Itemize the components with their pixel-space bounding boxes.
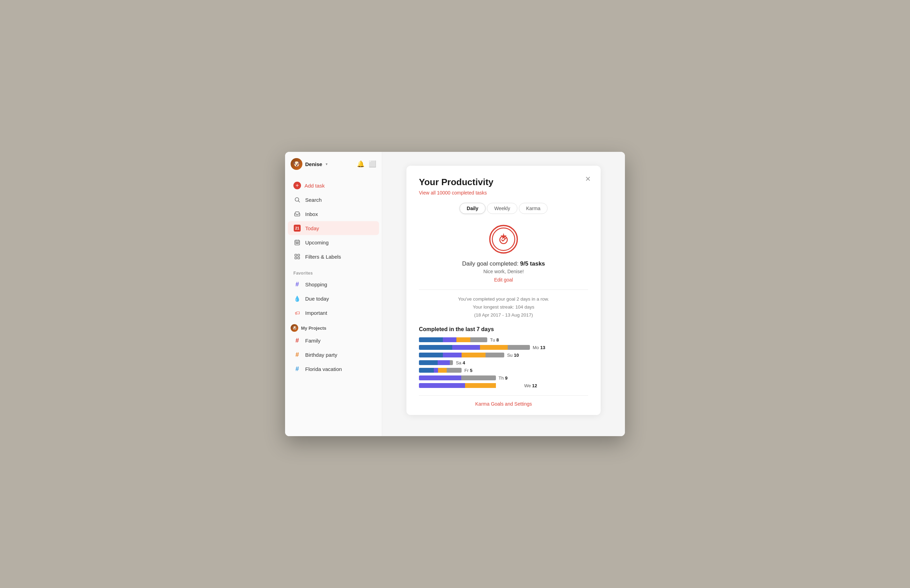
sidebar-item-important-label: Important — [305, 310, 327, 316]
layout-icon[interactable]: ⬜ — [369, 160, 376, 168]
flag-icon: 🏷 — [293, 309, 301, 317]
projects-label: My Projects — [301, 326, 327, 331]
bar-row: Su 10 — [419, 352, 588, 358]
view-completed-link[interactable]: View all 10000 completed tasks — [419, 190, 487, 195]
medal-icon — [488, 224, 519, 255]
svg-rect-11 — [295, 257, 296, 259]
sidebar-item-shopping[interactable]: # Shopping — [288, 277, 379, 291]
medal-container — [419, 224, 588, 255]
svg-point-13 — [490, 225, 517, 253]
svg-rect-6 — [296, 243, 296, 244]
sidebar-item-family[interactable]: # Family — [288, 334, 379, 347]
bell-icon[interactable]: 🔔 — [357, 160, 364, 168]
bar-label: Fr 5 — [464, 368, 472, 373]
bar-row: Tu 8 — [419, 338, 588, 342]
sidebar-item-birthday-party[interactable]: # Birthday party — [288, 348, 379, 362]
sidebar: 🐶 Denise ▾ 🔔 ⬜ + Add task — [285, 152, 382, 436]
bar-track — [419, 368, 462, 373]
calendar-icon — [293, 239, 301, 246]
bar-label: Sa 4 — [456, 360, 465, 365]
divider — [419, 289, 588, 290]
productivity-card: Your Productivity View all 10000 complet… — [406, 166, 601, 415]
sidebar-item-birthday-label: Birthday party — [305, 352, 338, 358]
avatar: 🐶 — [291, 158, 302, 170]
sidebar-item-shopping-label: Shopping — [305, 281, 327, 288]
app-window: 🐶 Denise ▾ 🔔 ⬜ + Add task — [285, 152, 625, 436]
bar-track — [419, 338, 487, 342]
sidebar-item-search[interactable]: Search — [288, 193, 379, 207]
search-icon — [293, 196, 301, 204]
favorites-label: Favorites — [285, 267, 382, 277]
tab-weekly[interactable]: Weekly — [487, 203, 517, 214]
hash-icon-shopping: # — [293, 281, 301, 288]
tab-karma[interactable]: Karma — [519, 203, 548, 214]
hash-icon-birthday: # — [293, 351, 301, 359]
streak-line1: You've completed your goal 2 days in a r… — [419, 296, 588, 304]
close-button[interactable]: ✕ — [585, 175, 591, 183]
sidebar-item-important[interactable]: 🏷 Important — [288, 306, 379, 320]
hash-icon-florida: # — [293, 365, 301, 373]
today-icon: 21 — [293, 224, 301, 232]
bar-row: We 12 — [419, 383, 588, 388]
sidebar-item-inbox[interactable]: Inbox — [288, 207, 379, 221]
streak-text: You've completed your goal 2 days in a r… — [419, 296, 588, 319]
edit-goal-link[interactable]: Edit goal — [419, 277, 588, 283]
svg-rect-8 — [298, 243, 299, 244]
grid-icon — [293, 253, 301, 260]
svg-point-0 — [295, 198, 299, 202]
add-task-circle: + — [293, 182, 301, 189]
bar-track — [419, 352, 504, 357]
bar-row: Th 9 — [419, 375, 588, 381]
tab-daily[interactable]: Daily — [459, 203, 485, 214]
bar-track — [419, 360, 453, 365]
hash-icon-family: # — [293, 337, 301, 344]
add-task-button[interactable]: + Add task — [288, 179, 379, 192]
svg-point-14 — [493, 228, 515, 250]
sidebar-item-florida-label: Florida vacation — [305, 366, 342, 372]
chevron-down-icon: ▾ — [326, 162, 328, 166]
sidebar-item-upcoming[interactable]: Upcoming — [288, 236, 379, 249]
chart-title: Completed in the last 7 days — [419, 326, 588, 333]
projects-section: 🐶 My Projects # Family # Birthday party … — [285, 320, 382, 376]
goal-text-prefix: Daily goal completed: — [462, 260, 520, 267]
streak-line2: Your longest streak: 104 days — [419, 304, 588, 311]
streak-line3: (18 Apr 2017 - 13 Aug 2017) — [419, 311, 588, 319]
sidebar-item-search-label: Search — [305, 197, 322, 203]
sidebar-header: 🐶 Denise ▾ 🔔 ⬜ — [285, 152, 382, 175]
bar-track — [419, 345, 530, 350]
svg-line-1 — [298, 201, 300, 202]
goal-text: Daily goal completed: 9/5 tasks — [419, 260, 588, 267]
sidebar-item-today[interactable]: 21 Today — [288, 221, 379, 235]
bar-row: Mo 13 — [419, 345, 588, 350]
svg-rect-7 — [297, 243, 297, 244]
bar-label: Su 10 — [507, 352, 519, 358]
inbox-icon — [293, 210, 301, 218]
header-icons: 🔔 ⬜ — [357, 160, 376, 168]
user-info[interactable]: 🐶 Denise ▾ — [291, 158, 328, 170]
karma-goals-link[interactable]: Karma Goals and Settings — [419, 395, 588, 407]
nice-work-text: Nice work, Denise! — [419, 269, 588, 274]
bar-label: Tu 8 — [490, 338, 499, 342]
sidebar-item-upcoming-label: Upcoming — [305, 239, 329, 246]
goal-value: 9/5 tasks — [520, 260, 545, 267]
sidebar-item-family-label: Family — [305, 338, 320, 344]
favorites-section: Favorites # Shopping 💧 Due today 🏷 Impor… — [285, 267, 382, 320]
bar-chart: Tu 8 Mo 13 Su 10 Sa 4 Fr 5 Th — [419, 338, 588, 388]
chart-section: Completed in the last 7 days Tu 8 Mo 13 … — [419, 326, 588, 388]
sidebar-item-florida-vacation[interactable]: # Florida vacation — [288, 362, 379, 376]
tabs: Daily Weekly Karma — [419, 203, 588, 214]
svg-rect-9 — [295, 254, 296, 256]
bar-track — [419, 383, 521, 388]
bar-label: We 12 — [524, 383, 537, 388]
bar-row: Sa 4 — [419, 360, 588, 365]
sidebar-item-inbox-label: Inbox — [305, 211, 318, 217]
sidebar-item-filters[interactable]: Filters & Labels — [288, 250, 379, 263]
nav-section: + Add task Search Inbox — [285, 175, 382, 267]
bar-label: Th 9 — [499, 375, 508, 381]
projects-header: 🐶 My Projects — [285, 320, 382, 333]
sidebar-item-due-today[interactable]: 💧 Due today — [288, 292, 379, 305]
bar-label: Mo 13 — [533, 345, 545, 350]
projects-avatar: 🐶 — [291, 324, 298, 332]
svg-rect-10 — [298, 254, 300, 256]
bar-track — [419, 375, 496, 380]
